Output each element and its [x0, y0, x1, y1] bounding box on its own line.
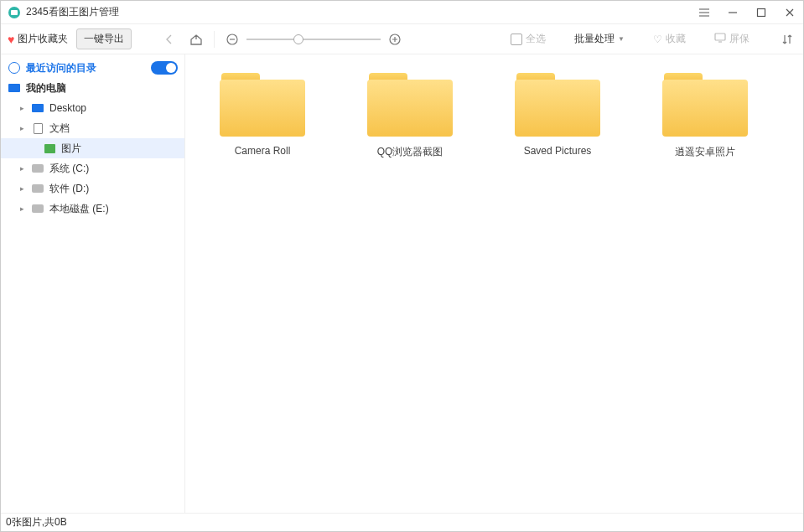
folder-item[interactable]: Camera Roll [189, 70, 336, 159]
heart-outline-icon: ♡ [653, 34, 662, 45]
batch-process[interactable]: 批量处理 ▼ [574, 32, 625, 46]
chevron-down-icon: ▼ [618, 35, 625, 43]
favorites-section[interactable]: ♥ 图片收藏夹 [8, 32, 68, 46]
sidebar-item-3[interactable]: ▸系统 (C:) [1, 158, 184, 178]
zoom-thumb[interactable] [293, 34, 303, 44]
folder-item[interactable]: Saved Pictures [484, 70, 631, 159]
checkbox-icon [511, 34, 522, 45]
folder-item[interactable]: 逍遥安卓照片 [631, 70, 779, 159]
sidebar-item-label: 本地磁盘 (E:) [49, 202, 178, 216]
clock-icon [8, 62, 21, 74]
sort-icon[interactable] [778, 30, 796, 49]
disk-icon [31, 183, 44, 194]
select-all-label: 全选 [526, 32, 546, 46]
folder-icon [216, 70, 309, 137]
folder-label: Saved Pictures [524, 145, 592, 157]
svg-rect-2 [758, 8, 765, 16]
screensaver[interactable]: 屏保 [714, 32, 750, 46]
batch-label: 批量处理 [574, 32, 615, 46]
monitor-icon [8, 82, 21, 94]
zoom-track[interactable] [246, 39, 381, 40]
home-icon[interactable] [187, 30, 205, 49]
expand-arrow-icon[interactable]: ▸ [18, 104, 26, 112]
export-button[interactable]: 一键导出 [76, 28, 132, 49]
favorite-action-label: 收藏 [666, 32, 686, 46]
folder-label: Camera Roll [235, 145, 291, 157]
expand-arrow-icon[interactable]: ▸ [18, 164, 26, 173]
sidebar-item-0[interactable]: ▸Desktop [1, 98, 184, 118]
sidebar-item-4[interactable]: ▸软件 (D:) [1, 178, 184, 199]
my-computer-label: 我的电脑 [26, 81, 178, 96]
sidebar-item-label: 文档 [49, 121, 178, 136]
menu-icon[interactable] [698, 6, 711, 19]
toolbar: ♥ 图片收藏夹 一键导出 全选 批量处理 ▼ ♡ 收藏 屏保 [1, 24, 803, 54]
folder-label: QQ浏览器截图 [377, 145, 443, 159]
pic-icon [43, 142, 56, 154]
expand-arrow-icon[interactable]: ▸ [18, 204, 26, 213]
status-bar: 0张图片,共0B [1, 513, 803, 531]
sidebar-recent[interactable]: 最近访问的目录 [1, 58, 184, 78]
disk-icon [31, 163, 44, 174]
window-title: 2345看图王图片管理 [26, 5, 698, 19]
folder-item[interactable]: QQ浏览器截图 [336, 70, 484, 159]
zoom-slider [223, 30, 404, 49]
expand-arrow-icon[interactable]: ▸ [18, 184, 26, 193]
folder-label: 逍遥安卓照片 [675, 145, 735, 159]
sidebar-item-1[interactable]: ▸文档 [1, 118, 184, 138]
monitor-icon [31, 102, 44, 114]
screensaver-label: 屏保 [729, 32, 750, 46]
sidebar-my-computer[interactable]: 我的电脑 [1, 78, 184, 98]
folder-icon [659, 70, 751, 137]
sidebar-item-label: 图片 [61, 142, 178, 156]
sidebar: 最近访问的目录 我的电脑 ▸Desktop▸文档图片▸系统 (C:)▸软件 (D… [1, 54, 185, 513]
doc-icon [31, 122, 44, 134]
expand-arrow-icon[interactable]: ▸ [18, 124, 26, 132]
zoom-in-icon[interactable] [386, 30, 404, 49]
sidebar-item-label: Desktop [49, 102, 178, 114]
title-bar: 2345看图王图片管理 [1, 1, 803, 24]
svg-rect-5 [715, 34, 725, 40]
recent-toggle[interactable] [151, 61, 178, 75]
status-text: 0张图片,共0B [6, 515, 67, 529]
folder-icon [364, 70, 456, 137]
heart-icon: ♥ [8, 33, 14, 46]
favorite-action[interactable]: ♡ 收藏 [653, 32, 686, 46]
sidebar-item-2[interactable]: 图片 [1, 138, 184, 158]
recent-label: 最近访问的目录 [26, 61, 146, 75]
screensaver-icon [714, 33, 726, 45]
app-logo-icon [8, 6, 21, 19]
sidebar-item-label: 系统 (C:) [49, 162, 178, 176]
favorites-label: 图片收藏夹 [18, 32, 68, 46]
disk-icon [31, 203, 44, 214]
sidebar-item-label: 软件 (D:) [49, 182, 178, 196]
minimize-button[interactable] [726, 6, 739, 19]
select-all[interactable]: 全选 [511, 32, 546, 46]
maximize-button[interactable] [755, 6, 768, 19]
sidebar-item-5[interactable]: ▸本地磁盘 (E:) [1, 199, 184, 219]
folder-icon [511, 70, 604, 137]
close-button[interactable] [783, 6, 796, 19]
folder-grid: Camera RollQQ浏览器截图Saved Pictures逍遥安卓照片 [185, 54, 803, 513]
back-icon[interactable] [160, 30, 179, 49]
svg-rect-1 [11, 10, 18, 15]
zoom-out-icon[interactable] [223, 30, 241, 49]
